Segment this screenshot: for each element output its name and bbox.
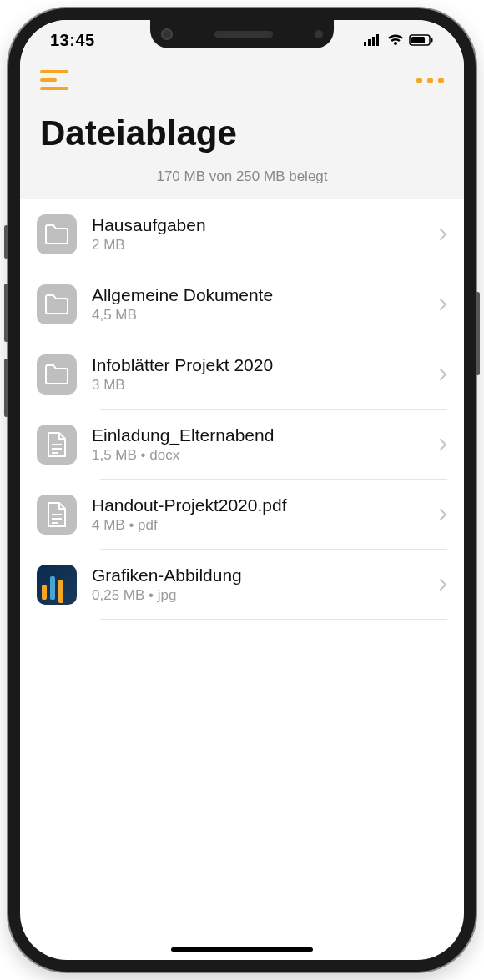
device-notch (150, 20, 334, 48)
device-frame: 13:45 (8, 8, 476, 972)
svg-rect-0 (364, 42, 366, 46)
item-name: Grafiken-Abbildung (92, 565, 424, 585)
status-time: 13:45 (50, 31, 95, 50)
item-meta: 2 MB (92, 237, 424, 254)
chevron-right-icon (439, 298, 447, 311)
item-meta: 1,5 MB • docx (92, 447, 424, 464)
item-name: Hausaufgaben (92, 215, 424, 235)
list-item[interactable]: Hausaufgaben 2 MB (20, 199, 464, 269)
battery-icon (409, 34, 434, 46)
document-icon (37, 495, 77, 535)
folder-icon (37, 354, 77, 395)
power-button (476, 292, 480, 375)
list-item[interactable]: Allgemeine Dokumente 4,5 MB (20, 269, 464, 339)
menu-button[interactable] (40, 70, 68, 90)
header: Dateiablage 170 MB von 250 MB belegt (20, 60, 464, 199)
chevron-right-icon (439, 438, 447, 451)
item-name: Handout-Projekt2020.pdf (92, 495, 424, 515)
image-thumbnail (37, 565, 77, 605)
svg-rect-3 (376, 34, 379, 46)
volume-down (4, 359, 8, 417)
svg-rect-6 (431, 38, 433, 43)
list-item[interactable]: Infoblätter Projekt 2020 3 MB (20, 339, 464, 410)
item-name: Infoblätter Projekt 2020 (92, 355, 424, 375)
page-title: Dateiablage (37, 113, 447, 153)
item-meta: 0,25 MB • jpg (92, 587, 424, 604)
chevron-right-icon (439, 578, 447, 591)
chevron-right-icon (439, 508, 447, 521)
svg-rect-1 (368, 39, 371, 46)
item-meta: 4 MB • pdf (92, 517, 424, 534)
item-name: Einladung_Elternabend (92, 425, 424, 445)
volume-up (4, 284, 8, 342)
svg-rect-2 (372, 37, 375, 46)
chevron-right-icon (439, 368, 447, 381)
item-meta: 3 MB (92, 377, 424, 394)
storage-usage: 170 MB von 250 MB belegt (37, 168, 447, 185)
chevron-right-icon (439, 228, 447, 241)
document-icon (37, 425, 77, 465)
cellular-icon (364, 34, 382, 46)
more-button[interactable] (416, 78, 444, 83)
status-icons (364, 34, 434, 46)
wifi-icon (387, 34, 404, 46)
item-meta: 4,5 MB (92, 307, 424, 324)
mute-switch (4, 225, 8, 259)
list-item[interactable]: Handout-Projekt2020.pdf 4 MB • pdf (20, 480, 464, 550)
home-indicator[interactable] (171, 947, 313, 952)
folder-icon (37, 284, 77, 324)
svg-rect-5 (411, 37, 425, 43)
file-list: Hausaufgaben 2 MB Allgemeine Dokumente 4… (20, 199, 464, 620)
folder-icon (37, 214, 77, 254)
list-item[interactable]: Grafiken-Abbildung 0,25 MB • jpg (20, 550, 464, 620)
list-item[interactable]: Einladung_Elternabend 1,5 MB • docx (20, 410, 464, 480)
item-name: Allgemeine Dokumente (92, 285, 424, 305)
